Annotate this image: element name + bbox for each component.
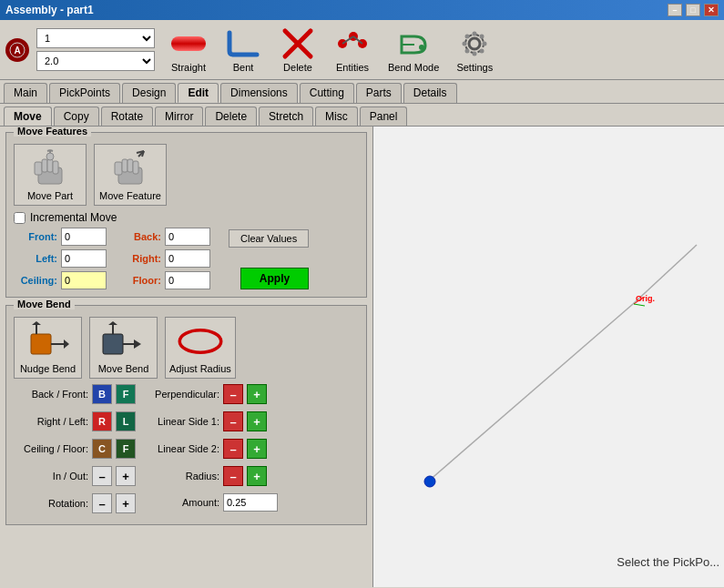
svg-marker-46 <box>108 321 117 325</box>
tab-pickpoints[interactable]: PickPoints <box>49 83 120 103</box>
back-input[interactable] <box>165 228 210 246</box>
move-bend-icon <box>98 321 149 361</box>
left-input[interactable] <box>61 249 107 268</box>
perp-plus-btn[interactable]: + <box>247 384 267 404</box>
svg-rect-32 <box>127 159 133 172</box>
ceiling-btn[interactable]: C <box>92 439 112 459</box>
move-features-title: Move Features <box>14 127 91 137</box>
move-feature-button[interactable]: Move Feature <box>94 144 167 206</box>
radius-minus-btn[interactable]: – <box>223 466 243 486</box>
bent-label: Bent <box>233 62 254 73</box>
canvas-status-text: Select the PickPo... <box>617 555 719 569</box>
delete-label: Delete <box>283 62 312 73</box>
bendmode-icon <box>396 26 431 61</box>
amount-input[interactable] <box>223 493 278 512</box>
adjust-radius-icon <box>175 321 226 361</box>
svg-rect-48 <box>373 127 724 587</box>
straight-icon <box>171 26 206 61</box>
tab-move[interactable]: Move <box>4 106 52 126</box>
move-bend-button[interactable]: Move Bend <box>89 317 158 379</box>
nudge-bend-button[interactable]: Nudge Bend <box>14 317 82 379</box>
app-logo: A <box>5 38 29 62</box>
bendmode-button[interactable]: Bend Mode <box>382 24 444 76</box>
perp-minus-btn[interactable]: – <box>223 384 243 404</box>
move-part-button[interactable]: Move Part <box>14 144 87 206</box>
svg-point-47 <box>179 330 221 353</box>
apply-button[interactable]: Apply <box>240 268 309 289</box>
incremental-move-label: Incremental Move <box>30 211 117 224</box>
tab-design[interactable]: Design <box>122 83 176 103</box>
front-input[interactable] <box>61 228 107 246</box>
ls2-plus-btn[interactable]: + <box>247 439 267 459</box>
svg-point-19 <box>480 49 484 54</box>
left-btn[interactable]: L <box>116 411 136 431</box>
svg-line-27 <box>50 150 53 151</box>
tab-details[interactable]: Details <box>403 83 457 103</box>
tab-rotate[interactable]: Rotate <box>101 106 153 126</box>
tab-main[interactable]: Main <box>4 83 47 103</box>
tab-misc[interactable]: Misc <box>315 106 358 126</box>
front-label: Front: <box>14 231 57 242</box>
nudge-bend-icon <box>23 321 74 361</box>
right-btn[interactable]: R <box>92 411 112 431</box>
svg-point-10 <box>469 38 480 49</box>
nudge-bend-label: Nudge Bend <box>20 363 76 374</box>
toolbar-selects: 1 2.0 <box>36 28 155 71</box>
front-btn[interactable]: F <box>116 384 136 404</box>
tab-cutting[interactable]: Cutting <box>300 83 354 103</box>
svg-rect-21 <box>35 162 42 175</box>
settings-label: Settings <box>456 62 493 73</box>
select-1[interactable]: 1 <box>36 28 155 48</box>
floor-input[interactable] <box>165 271 210 289</box>
entities-button[interactable]: Entities <box>328 24 377 76</box>
linear-side2-label: Linear Side 2: <box>145 443 219 454</box>
bent-button[interactable]: Bent <box>219 24 268 76</box>
adjust-radius-label: Adjust Radius <box>169 363 231 374</box>
tab-mirror[interactable]: Mirror <box>155 106 203 126</box>
ceiling-input[interactable] <box>61 271 107 289</box>
tab-edit[interactable]: Edit <box>178 83 219 103</box>
right-label: Right: <box>125 253 161 264</box>
clear-values-button[interactable]: Clear Values <box>229 229 309 248</box>
move-bend-label: Move Bend <box>98 363 149 374</box>
svg-rect-30 <box>115 162 122 175</box>
tab-dimensions[interactable]: Dimensions <box>220 83 298 103</box>
svg-point-15 <box>483 42 487 46</box>
floor-btn[interactable]: F <box>116 439 136 459</box>
settings-button[interactable]: Settings <box>450 24 499 76</box>
maximize-button[interactable]: □ <box>686 4 700 16</box>
radius-label: Radius: <box>145 471 219 482</box>
amount-row: Amount: <box>145 493 278 512</box>
adjust-radius-button[interactable]: Adjust Radius <box>165 317 236 379</box>
delete-button[interactable]: Delete <box>273 24 322 76</box>
straight-button[interactable]: Straight <box>164 24 213 76</box>
tab-panel[interactable]: Panel <box>360 106 408 126</box>
rotation-plus-btn[interactable]: + <box>116 493 136 513</box>
tab-parts[interactable]: Parts <box>356 83 402 103</box>
svg-rect-22 <box>42 159 47 172</box>
svg-point-18 <box>465 49 470 54</box>
ls1-minus-btn[interactable]: – <box>223 411 243 431</box>
ls2-minus-btn[interactable]: – <box>223 439 243 459</box>
in-plus-btn[interactable]: + <box>116 466 136 486</box>
radius-plus-btn[interactable]: + <box>247 466 267 486</box>
linear-side1-row: Linear Side 1: – + <box>145 411 278 431</box>
straight-label: Straight <box>171 62 206 73</box>
close-button[interactable]: ✕ <box>704 4 719 16</box>
svg-rect-42 <box>103 334 123 354</box>
bent-icon <box>226 26 260 61</box>
ls1-plus-btn[interactable]: + <box>247 411 267 431</box>
minimize-button[interactable]: – <box>668 4 682 16</box>
back-btn[interactable]: B <box>92 384 112 404</box>
rotation-minus-btn[interactable]: – <box>92 493 112 513</box>
tab-copy[interactable]: Copy <box>54 106 99 126</box>
bendmode-label: Bend Mode <box>388 62 439 73</box>
select-2[interactable]: 2.0 <box>36 51 155 71</box>
back-front-label: Back / Front: <box>14 389 88 400</box>
in-minus-btn[interactable]: – <box>92 466 112 486</box>
svg-point-13 <box>473 52 477 56</box>
incremental-move-checkbox[interactable] <box>14 212 25 224</box>
tab-stretch[interactable]: Stretch <box>259 106 313 126</box>
right-input[interactable] <box>165 249 210 268</box>
tab-delete[interactable]: Delete <box>205 106 257 126</box>
